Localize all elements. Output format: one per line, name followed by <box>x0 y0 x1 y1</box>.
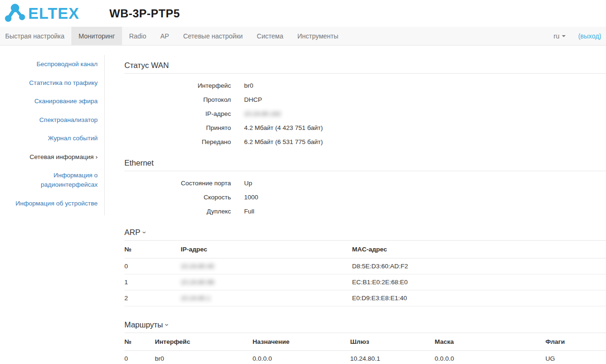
routes-title: Маршруты <box>124 320 163 329</box>
arp-cell-num: 0 <box>124 258 181 274</box>
kv-value: 4.2 Мбайт (4 423 751 байт) <box>244 124 323 131</box>
arp-table: № IP-адрес MAC-адрес 0 10.24.80.45 D8:5E… <box>124 241 606 306</box>
routes-col-mask: Маска <box>435 333 545 351</box>
kv-row-speed: Скорость 1000 <box>124 190 606 204</box>
kv-value-blurred: 10.24.80.162 <box>244 110 281 117</box>
kv-label: Передано <box>124 138 231 145</box>
kv-value: DHCP <box>244 96 262 103</box>
arp-cell-mac: E0:D9:E3:E8:E1:40 <box>352 290 606 306</box>
routes-col-destination: Назначение <box>253 333 350 351</box>
main-content: Статус WAN Интерфейс br0 Протокол DHCP I… <box>105 46 606 364</box>
kv-value: 6.2 Мбайт (6 531 775 байт) <box>244 138 323 145</box>
chevron-right-icon: › <box>96 153 98 160</box>
routes-table: № Интерфейс Назначение Шлюз Маска Флаги … <box>124 333 606 364</box>
kv-row-received: Принято 4.2 Мбайт (4 423 751 байт) <box>124 121 606 135</box>
routes-row: 0 br0 0.0.0.0 10.24.80.1 0.0.0.0 UG <box>124 351 606 364</box>
arp-cell-mac: EC:B1:E0:2E:68:E0 <box>352 274 606 290</box>
kv-row-port-state: Состояние порта Up <box>124 176 606 190</box>
sidebar-item-air-scan[interactable]: Сканирование эфира <box>0 92 104 111</box>
routes-cell-destination: 0.0.0.0 <box>253 351 350 364</box>
arp-ip-blurred: 10.24.80.98 <box>181 279 214 286</box>
routes-col-gateway: Шлюз <box>350 333 435 351</box>
kv-row-protocol: Протокол DHCP <box>124 92 606 106</box>
nav-right: ru (выход) <box>553 27 606 45</box>
kv-label: Состояние порта <box>124 180 231 187</box>
arp-cell-ip: 10.24.80.1 <box>181 290 352 306</box>
tab-radio[interactable]: Radio <box>122 27 153 45</box>
main-nav: Быстрая настройка Мониторинг Radio AP Се… <box>0 27 606 46</box>
arp-section-header[interactable]: ARP› <box>124 228 606 241</box>
tab-ap[interactable]: AP <box>153 27 176 45</box>
kv-value: Full <box>244 208 254 215</box>
arp-cell-ip: 10.24.80.98 <box>181 274 352 290</box>
arp-header-row: № IP-адрес MAC-адрес <box>124 241 606 258</box>
routes-cell-num: 0 <box>124 351 155 364</box>
eltex-logo-icon <box>4 3 27 24</box>
arp-cell-ip: 10.24.80.45 <box>181 258 352 274</box>
sidebar-item-network-info-label: Сетевая информация <box>30 153 93 160</box>
kv-label: Скорость <box>124 194 231 201</box>
arp-row: 1 10.24.80.98 EC:B1:E0:2E:68:E0 <box>124 274 606 290</box>
eltex-logo[interactable]: ELTEX <box>4 3 109 24</box>
language-label: ru <box>553 32 559 40</box>
kv-value: Up <box>244 180 252 187</box>
logout-link[interactable]: (выход) <box>578 32 601 40</box>
routes-section: Маршруты› № Интерфейс Назначение Шлюз Ма… <box>124 320 606 364</box>
routes-col-num: № <box>124 333 155 351</box>
kv-label: Дуплекс <box>124 208 231 215</box>
caret-down-icon <box>562 35 566 37</box>
arp-col-num: № <box>124 241 181 258</box>
tab-monitoring[interactable]: Мониторинг <box>71 27 122 45</box>
arp-section: ARP› № IP-адрес MAC-адрес 0 10.24.80.45 … <box>124 228 606 306</box>
kv-row-duplex: Дуплекс Full <box>124 204 606 218</box>
routes-cell-flags: UG <box>545 351 606 364</box>
routes-cell-gateway: 10.24.80.1 <box>350 351 435 364</box>
header: ELTEX WB-3P-PTP5 <box>0 0 606 27</box>
eltex-logo-text: ELTEX <box>28 6 79 21</box>
arp-row: 2 10.24.80.1 E0:D9:E3:E8:E1:40 <box>124 290 606 306</box>
sidebar-item-device-info[interactable]: Информация об устройстве <box>0 194 104 213</box>
tab-system[interactable]: Система <box>250 27 290 45</box>
sidebar-item-event-log[interactable]: Журнал событий <box>0 129 104 148</box>
arp-ip-blurred: 10.24.80.45 <box>181 263 214 270</box>
tab-tools[interactable]: Инструменты <box>291 27 345 45</box>
routes-section-header[interactable]: Маршруты› <box>124 320 606 333</box>
arp-title: ARP <box>124 228 140 236</box>
sidebar-item-network-info[interactable]: Сетевая информация› <box>0 148 104 167</box>
kv-row-interface: Интерфейс br0 <box>124 78 606 92</box>
routes-cell-interface: br0 <box>155 351 253 364</box>
kv-label: IP-адрес <box>124 110 231 117</box>
arp-ip-blurred: 10.24.80.1 <box>181 295 211 302</box>
arp-col-mac: MAC-адрес <box>352 241 606 258</box>
arp-col-ip: IP-адрес <box>181 241 352 258</box>
sidebar-item-wireless-channel[interactable]: Беспроводной канал <box>0 55 104 74</box>
arp-cell-mac: D8:5E:D3:60:AD:F2 <box>352 258 606 274</box>
kv-label: Интерфейс <box>124 82 231 89</box>
kv-value: 1000 <box>244 194 258 201</box>
kv-row-ip-address: IP-адрес 10.24.80.162 <box>124 106 606 121</box>
routes-cell-mask: 0.0.0.0 <box>435 351 545 364</box>
tab-network-settings[interactable]: Сетевые настройки <box>176 27 250 45</box>
routes-col-flags: Флаги <box>545 333 606 351</box>
kv-label: Протокол <box>124 96 231 103</box>
kv-value: br0 <box>244 82 253 89</box>
sidebar-item-traffic-stats[interactable]: Статистика по трафику <box>0 74 104 92</box>
arp-row: 0 10.24.80.45 D8:5E:D3:60:AD:F2 <box>124 258 606 274</box>
wan-status-section: Статус WAN Интерфейс br0 Протокол DHCP I… <box>124 61 606 149</box>
ethernet-section: Ethernet Состояние порта Up Скорость 100… <box>124 159 606 218</box>
routes-col-interface: Интерфейс <box>155 333 253 351</box>
chevron-down-icon: › <box>141 231 149 234</box>
device-title: WB-3P-PTP5 <box>109 7 180 20</box>
chevron-down-icon: › <box>163 324 171 326</box>
kv-label: Принято <box>124 124 231 131</box>
sidebar-item-spectrum-analyzer[interactable]: Спектроанализатор <box>0 111 104 129</box>
kv-row-transmitted: Передано 6.2 Мбайт (6 531 775 байт) <box>124 135 606 149</box>
language-selector[interactable]: ru <box>553 32 565 40</box>
routes-header-row: № Интерфейс Назначение Шлюз Маска Флаги <box>124 333 606 351</box>
arp-cell-num: 1 <box>124 274 181 290</box>
sidebar: Беспроводной канал Статистика по трафику… <box>0 46 105 222</box>
arp-cell-num: 2 <box>124 290 181 306</box>
sidebar-item-radio-interfaces-info[interactable]: Информация о радиоинтерфейсах <box>0 166 104 194</box>
wan-status-title: Статус WAN <box>124 61 606 74</box>
tab-quick-setup[interactable]: Быстрая настройка <box>0 27 71 45</box>
